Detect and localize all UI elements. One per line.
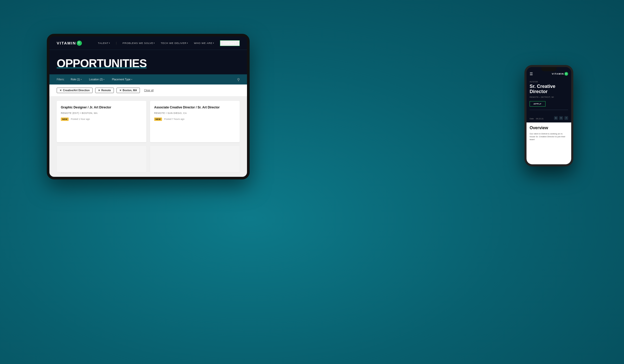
problems-arrow-icon: ▾	[154, 42, 155, 44]
mobile-logo-icon: T	[564, 72, 568, 76]
search-icon[interactable]: ⚲	[237, 77, 240, 82]
role-arrow-icon: ▾	[81, 79, 82, 81]
job-badge-1: NEW	[154, 118, 162, 121]
mobile-apply-button[interactable]: APPLY	[530, 101, 545, 107]
job-location-0: REMOTE (EST) • BOSTON, MA	[61, 112, 142, 114]
facebook-icon[interactable]: f	[564, 116, 568, 120]
hamburger-icon[interactable]: ☰	[530, 72, 533, 76]
nav-problems[interactable]: PROBLEMS WE SOLVE ▾	[122, 42, 155, 44]
mobile-date-row: Date 09.22.21 in ✕ f	[526, 114, 571, 122]
tablet-nav-links: TALENT ▾ | PROBLEMS WE SOLVE ▾ TECH WE D…	[98, 40, 240, 46]
tablet-device: VITAMIN T TALENT ▾ | PROBLEMS WE SOLVE ▾…	[47, 34, 250, 179]
mobile-screen: ☰ VITAMIN T #172725 Sr. Creative Directo…	[526, 67, 571, 164]
mobile-divider	[530, 110, 568, 110]
contact-button[interactable]: CONTACT	[220, 40, 240, 46]
placement-arrow-icon: ▾	[131, 79, 132, 81]
mobile-job-location: REMOTE • DETROIT, MI	[530, 96, 568, 98]
job-location-1: REMOTE • SAN DIEGO, CA	[154, 112, 236, 114]
talent-arrow-icon: ▾	[109, 42, 110, 44]
tech-arrow-icon: ▾	[187, 42, 188, 44]
linkedin-icon[interactable]: in	[554, 116, 558, 120]
jobs-grid: Graphic Designer / Jr. Art Director REMO…	[49, 96, 247, 177]
mobile-device: ☰ VITAMIN T #172725 Sr. Creative Directo…	[524, 65, 573, 166]
nav-who[interactable]: WHO WE ARE ▾	[194, 42, 214, 44]
job-time-0: Posted 1 hour ago	[71, 118, 90, 120]
job-time-1: Posted 7 hours ago	[164, 118, 184, 120]
nav-tech[interactable]: TECH WE DELIVER ▾	[161, 42, 188, 44]
nav-talent[interactable]: TALENT ▾	[98, 42, 110, 44]
role-filter[interactable]: Role (1) ▾	[69, 77, 84, 82]
filters-label: Filters:	[57, 78, 64, 81]
remove-remote-icon[interactable]: ✕	[98, 89, 100, 92]
filter-tag-remote[interactable]: ✕ Remote	[95, 88, 114, 93]
mobile-job-title: Sr. Creative Director	[530, 84, 568, 94]
job-card-0[interactable]: Graphic Designer / Jr. Art Director REMO…	[57, 101, 146, 142]
job-badge-0: NEW	[61, 118, 69, 121]
job-meta-0: NEW Posted 1 hour ago	[61, 118, 142, 121]
mobile-job-header: #172725 Sr. Creative Director REMOTE • D…	[526, 78, 571, 114]
date-label: Date	[530, 118, 534, 120]
tablet-logo[interactable]: VITAMIN T	[57, 41, 82, 46]
job-card-3[interactable]	[150, 146, 240, 172]
who-arrow-icon: ▾	[213, 42, 214, 44]
filter-bar: Filters: Role (1) ▾ Location (2) ▾ Place…	[49, 74, 247, 84]
active-filters-bar: ✕ Creative/Art Direction ✕ Remote ✕ Bost…	[49, 84, 247, 96]
placement-filter[interactable]: Placement Type ▾	[110, 77, 134, 82]
job-card-1[interactable]: Associate Creative Director / Sr. Art Di…	[150, 101, 240, 142]
clear-all-button[interactable]: Clear all	[144, 89, 154, 92]
mobile-overview-section: Overview Our client in Detroit is seekin…	[526, 122, 571, 164]
filter-tag-creative[interactable]: ✕ Creative/Art Direction	[57, 88, 93, 93]
twitter-icon[interactable]: ✕	[559, 116, 563, 120]
job-meta-1: NEW Posted 7 hours ago	[154, 118, 236, 121]
logo-icon: T	[77, 41, 82, 46]
overview-title: Overview	[530, 126, 568, 130]
date-value: 09.22.21	[536, 118, 543, 120]
tablet-screen: VITAMIN T TALENT ▾ | PROBLEMS WE SOLVE ▾…	[49, 36, 247, 177]
logo-text: VITAMIN	[57, 41, 76, 45]
remove-boston-icon[interactable]: ✕	[119, 89, 121, 92]
location-filter[interactable]: Location (2) ▾	[87, 77, 107, 82]
job-title-0: Graphic Designer / Jr. Art Director	[61, 106, 142, 110]
mobile-notch	[541, 67, 557, 71]
job-card-2[interactable]	[57, 146, 146, 172]
mobile-logo[interactable]: VITAMIN T	[552, 72, 568, 76]
tablet-navbar: VITAMIN T TALENT ▾ | PROBLEMS WE SOLVE ▾…	[49, 36, 247, 50]
mobile-job-id: #172725	[530, 81, 568, 83]
page-title: OPPORTUNITIES	[57, 58, 147, 69]
job-title-1: Associate Creative Director / Sr. Art Di…	[154, 106, 236, 110]
filter-tag-boston[interactable]: ✕ Boston, MA	[116, 88, 140, 93]
social-icons: in ✕ f	[554, 116, 568, 120]
remove-creative-icon[interactable]: ✕	[60, 89, 62, 92]
location-arrow-icon: ▾	[103, 79, 105, 81]
overview-text: Our client in Detroit is seeking an in-h…	[530, 132, 568, 141]
hero-section: OPPORTUNITIES	[49, 50, 247, 74]
